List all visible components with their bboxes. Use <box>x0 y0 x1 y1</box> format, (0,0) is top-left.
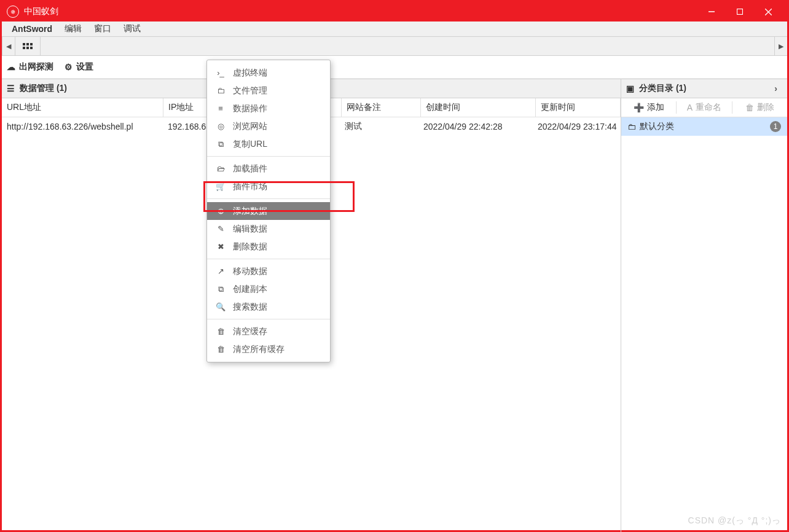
remove-icon: ✖ <box>216 242 226 251</box>
database-icon: ≡ <box>216 104 226 113</box>
divider <box>207 156 330 157</box>
category-add-button[interactable]: ➕添加 <box>621 102 676 113</box>
folder-open-icon: 🗀 <box>627 122 636 131</box>
share-icon: ↗ <box>216 267 226 276</box>
font-icon: A <box>687 103 693 112</box>
watermark: CSDN @z(っ °Д °;)っ <box>688 515 781 526</box>
ctx-browse-site[interactable]: ◎浏览网站 <box>207 117 330 135</box>
tab-scroll-left[interactable]: ◀ <box>2 37 15 55</box>
chevron-right-icon[interactable]: › <box>769 84 782 93</box>
body: ☰ 数据管理 (1) URL地址 IP地址 物理位置 网站备注 创建时间 更新时… <box>2 79 787 532</box>
window-title: 中国蚁剑 <box>24 6 58 17</box>
ctx-edit-data[interactable]: ✎编辑数据 <box>207 220 330 238</box>
category-item-default[interactable]: 🗀 默认分类 1 <box>621 117 787 136</box>
svg-rect-1 <box>737 9 743 15</box>
category-toolbar: ➕添加 A重命名 🗑删除 <box>621 98 787 117</box>
copy-icon: ⧉ <box>216 139 226 149</box>
divider <box>207 198 330 199</box>
ctx-copy-url[interactable]: ⧉复制URL <box>207 135 330 153</box>
category-panel: ▣ 分类目录 (1) › ➕添加 A重命名 🗑删除 🗀 默认分类 1 <box>621 79 787 532</box>
cell-url: http://192.168.63.226/webshell.pl <box>2 119 163 134</box>
category-delete-button[interactable]: 🗑删除 <box>732 102 787 113</box>
divider <box>207 259 330 259</box>
menu-antsword[interactable]: AntSword <box>6 23 58 35</box>
ctx-load-plugin[interactable]: 🗁加载插件 <box>207 160 330 178</box>
settings-button[interactable]: ⚙ 设置 <box>65 61 93 72</box>
ctx-search-data[interactable]: 🔍搜索数据 <box>207 298 330 316</box>
ctx-plugin-market[interactable]: 🛒插件市场 <box>207 178 330 195</box>
tab-blank <box>41 37 774 55</box>
menu-edit[interactable]: 编辑 <box>58 22 88 36</box>
tabbar: ◀ ▶ <box>2 37 787 56</box>
gear-icon: ⚙ <box>65 62 73 72</box>
cart-icon: 🛒 <box>216 182 226 191</box>
app-window: ✵ 中国蚁剑 AntSword 编辑 窗口 调试 ◀ ▶ ☁ 出网探测 ⚙ 设置 <box>0 0 789 532</box>
ctx-file-manager[interactable]: 🗀文件管理 <box>207 82 330 100</box>
category-count-badge: 1 <box>770 121 781 132</box>
svg-rect-9 <box>30 47 33 49</box>
category-panel-header: ▣ 分类目录 (1) › <box>621 79 787 98</box>
folder-open-icon: 🗁 <box>216 164 226 173</box>
toolbar: ☁ 出网探测 ⚙ 设置 <box>2 56 787 79</box>
col-note[interactable]: 网站备注 <box>342 98 421 117</box>
minimize-button[interactable] <box>697 2 726 22</box>
col-url[interactable]: URL地址 <box>2 98 163 117</box>
trash-icon: 🗑 <box>745 103 754 112</box>
ctx-virtual-terminal[interactable]: ›_虚拟终端 <box>207 64 330 82</box>
menubar: AntSword 编辑 窗口 调试 <box>2 22 787 37</box>
col-update[interactable]: 更新时间 <box>536 98 621 117</box>
context-menu: ›_虚拟终端 🗀文件管理 ≡数据操作 ◎浏览网站 ⧉复制URL 🗁加载插件 🛒插… <box>206 60 331 362</box>
plus-circle-icon: ⊕ <box>216 206 226 216</box>
menu-debug[interactable]: 调试 <box>117 22 147 36</box>
svg-rect-4 <box>23 43 25 45</box>
data-panel-title: 数据管理 (1) <box>20 83 67 94</box>
cell-update: 2022/04/29 23:17:44 <box>533 119 621 134</box>
tab-scroll-right[interactable]: ▶ <box>774 37 787 55</box>
divider <box>207 319 330 319</box>
svg-rect-6 <box>30 43 33 45</box>
folder-icon: ▣ <box>626 84 634 93</box>
ctx-clear-all-cache[interactable]: 🗑清空所有缓存 <box>207 340 330 358</box>
duplicate-icon: ⧉ <box>216 284 226 294</box>
col-create[interactable]: 创建时间 <box>421 98 536 117</box>
app-icon: ✵ <box>7 6 19 18</box>
trash-icon: 🗑 <box>216 345 226 354</box>
terminal-icon: ›_ <box>216 68 226 77</box>
globe-icon: ◎ <box>216 122 226 131</box>
folder-icon: 🗀 <box>216 86 226 95</box>
svg-rect-8 <box>26 47 29 49</box>
close-button[interactable] <box>754 2 782 22</box>
ctx-duplicate[interactable]: ⧉创建副本 <box>207 280 330 298</box>
plus-circle-icon: ➕ <box>634 103 644 112</box>
category-item-label: 默认分类 <box>640 121 674 132</box>
svg-rect-7 <box>23 47 25 49</box>
edit-icon: ✎ <box>216 224 226 233</box>
search-icon: 🔍 <box>216 302 226 311</box>
ctx-add-data[interactable]: ⊕添加数据 <box>207 202 330 220</box>
ctx-database[interactable]: ≡数据操作 <box>207 100 330 117</box>
probe-button[interactable]: ☁ 出网探测 <box>7 61 53 72</box>
svg-rect-5 <box>26 43 29 45</box>
ctx-delete-data[interactable]: ✖删除数据 <box>207 238 330 256</box>
tab-home[interactable] <box>15 37 41 55</box>
ctx-move-data[interactable]: ↗移动数据 <box>207 262 330 280</box>
maximize-button[interactable] <box>726 2 754 22</box>
category-rename-button[interactable]: A重命名 <box>677 102 731 113</box>
cell-note: 测试 <box>340 119 418 135</box>
category-panel-title: 分类目录 (1) <box>639 83 686 94</box>
titlebar: ✵ 中国蚁剑 <box>2 2 787 22</box>
cell-create: 2022/04/29 22:42:28 <box>418 119 533 134</box>
cloud-icon: ☁ <box>7 62 15 72</box>
ctx-clear-cache[interactable]: 🗑清空缓存 <box>207 323 330 340</box>
trash-icon: 🗑 <box>216 327 226 336</box>
list-icon: ☰ <box>7 84 15 93</box>
menu-window[interactable]: 窗口 <box>88 22 117 36</box>
